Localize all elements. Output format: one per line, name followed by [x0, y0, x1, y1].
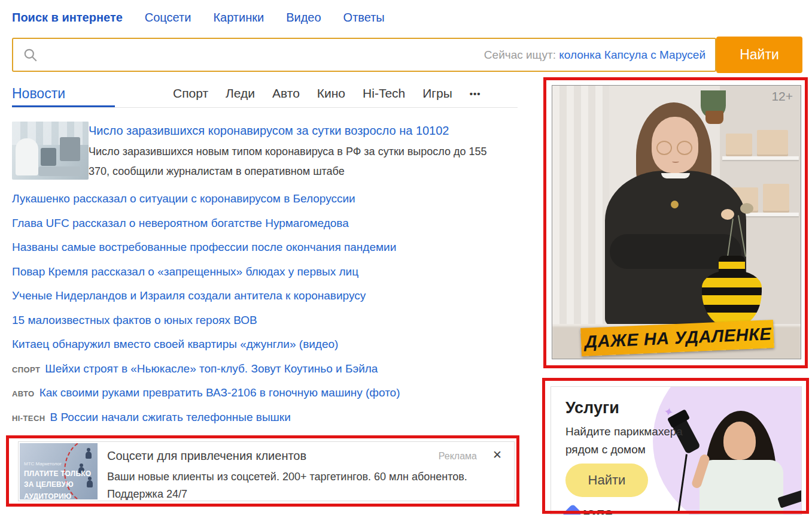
tabs-divider-line	[12, 107, 518, 108]
mts-brand-label: МТС Маркетолог	[24, 461, 62, 466]
flower-head	[740, 203, 753, 214]
list-item: АВТОКак своими руками превратить ВАЗ-210…	[12, 381, 400, 405]
suggest-link[interactable]: колонка Капсула с Марусей	[559, 49, 705, 61]
news-link[interactable]: В России начали сжигать телефонные вышки	[50, 411, 291, 423]
yula-ad-text-line: рядом с домом	[565, 443, 646, 456]
hospital-equipment	[41, 148, 56, 166]
shelf	[722, 156, 799, 160]
ad-title-link[interactable]: Соцсети для привлечения клиентов	[107, 449, 306, 463]
flower-head	[721, 209, 734, 220]
tab-games[interactable]: Игры	[422, 86, 452, 101]
list-item: Названы самые востребованные профессии п…	[12, 235, 400, 260]
list-item: Повар Кремля рассказал о «запрещенных» б…	[12, 260, 400, 284]
search-icon	[23, 47, 38, 63]
tab-kino[interactable]: Кино	[317, 86, 345, 101]
category-badge: СПОРТ	[12, 365, 40, 374]
nav-item-video[interactable]: Видео	[286, 11, 321, 25]
list-item: СПОРТШейхи строят в «Ньюкасле» топ-клуб.…	[12, 357, 400, 381]
close-icon[interactable]: ✕	[492, 448, 502, 462]
woman-face	[652, 117, 698, 173]
nav-item-social[interactable]: Соцсети	[145, 11, 191, 25]
mts-slogan-line: ЗА ЦЕЛЕВУЮ	[24, 480, 74, 489]
yula-logo: юла	[565, 505, 613, 515]
ad-label: Реклама	[439, 451, 477, 462]
tab-hitech[interactable]: Hi-Tech	[363, 86, 405, 101]
tab-news-active[interactable]: Новости	[12, 86, 65, 102]
tab-lady[interactable]: Леди	[226, 86, 255, 101]
hairdresser-shirt	[700, 460, 783, 515]
list-item: Китаец обнаружил вместо своей квартиры «…	[12, 332, 400, 357]
yula-brand-name: юла	[583, 505, 613, 515]
mts-ad-card[interactable]: МТС Маркетолог ПЛАТИТЕ ТОЛЬКО ЗА ЦЕЛЕВУЮ…	[18, 441, 515, 501]
top-navigation: Поиск в интернете Соцсети Картинки Видео…	[12, 11, 385, 25]
list-item: 15 малоизвестных фактов о юных героях ВО…	[12, 308, 400, 333]
necklace-pendant	[671, 201, 679, 208]
lead-story-thumbnail[interactable]	[12, 122, 89, 180]
nav-item-web-search[interactable]: Поиск в интернете	[12, 11, 123, 25]
person-icon	[86, 452, 92, 459]
glasses-lens	[677, 141, 692, 155]
yula-ad-card[interactable]: ✦ Услуги Найдите парикмахера рядом с дом…	[551, 386, 802, 515]
search-input[interactable]	[47, 40, 382, 69]
news-link[interactable]: 15 малоизвестных фактов о юных героях ВО…	[12, 314, 257, 326]
news-link[interactable]: Названы самые востребованные профессии п…	[12, 241, 396, 253]
plant-pot	[705, 111, 723, 124]
tab-sport[interactable]: Спорт	[173, 86, 208, 101]
hospital-equipment	[60, 137, 80, 161]
category-badge: АВТО	[12, 389, 35, 398]
yula-ad-text-line: Найдите парикмахера	[565, 425, 683, 438]
yula-logo-icon	[562, 504, 582, 515]
nav-item-images[interactable]: Картинки	[213, 11, 264, 25]
shirt-collar	[661, 173, 690, 178]
doctor-figure	[16, 138, 38, 175]
tab-auto[interactable]: Авто	[272, 86, 300, 101]
search-suggest: Сейчас ищут: колонка Капсула с Марусей	[484, 49, 705, 62]
smile	[672, 160, 679, 163]
list-item: Ученые Нидерландов и Израиля создали ант…	[12, 284, 400, 308]
hairdresser-face	[723, 422, 756, 460]
news-link[interactable]: Ученые Нидерландов и Израиля создали ант…	[12, 289, 366, 302]
list-item: Глава UFC рассказал о невероятном богатс…	[12, 211, 400, 236]
lead-story-headline[interactable]: Число заразившихся коронавирусом за сутк…	[89, 124, 449, 138]
suggest-label: Сейчас ищут:	[484, 49, 556, 61]
mts-ad-thumbnail[interactable]: МТС Маркетолог ПЛАТИТЕ ТОЛЬКО ЗА ЦЕЛЕВУЮ…	[20, 443, 98, 499]
beeline-ad-banner[interactable]: ДАЖЕ НА УДАЛЕНКЕ 12+	[552, 85, 801, 359]
list-item: Лукашенко рассказал о ситуации с коронав…	[12, 187, 400, 211]
more-tabs-icon[interactable]: •••	[470, 89, 481, 99]
curtain-background	[552, 86, 609, 359]
ad-slogan-text: ДАЖЕ НА УДАЛЕНКЕ	[584, 324, 771, 352]
box-on-shelf	[726, 134, 752, 156]
category-badge: HI-TECH	[12, 414, 45, 423]
yula-ad-title: Услуги	[565, 399, 619, 417]
search-button[interactable]: Найти	[716, 37, 802, 73]
yula-find-button[interactable]: Найти	[565, 463, 648, 497]
age-restriction-badge: 12+	[771, 89, 793, 104]
news-link[interactable]: Китаец обнаружил вместо своей квартиры «…	[12, 338, 338, 350]
news-list: Лукашенко рассказал о ситуации с коронав…	[12, 187, 400, 429]
nav-item-answers[interactable]: Ответы	[343, 11, 385, 25]
person-icon	[87, 480, 93, 487]
ad-body-text: Ваши новые клиенты из соцсетей. 200+ тар…	[107, 468, 499, 503]
search-box[interactable]: Сейчас ищут: колонка Капсула с Марусей	[12, 38, 716, 72]
news-link[interactable]: Повар Кремля рассказал о «запрещенных» б…	[12, 265, 358, 278]
news-link[interactable]: Лукашенко рассказал о ситуации с коронав…	[12, 192, 355, 205]
news-link[interactable]: Глава UFC рассказал о невероятном богатс…	[12, 217, 349, 229]
news-link[interactable]: Шейхи строят в «Ньюкасле» топ-клуб. Зову…	[45, 362, 378, 375]
glasses-lens	[656, 141, 672, 155]
lead-story-summary: Число заразившихся новым типом коронавир…	[89, 142, 507, 181]
list-item: HI-TECHВ России начали сжигать телефонны…	[12, 405, 400, 430]
box-on-shelf	[757, 130, 788, 156]
hospital-bed	[38, 166, 80, 176]
mts-slogan-line: АУДИТОРИЮ	[24, 492, 71, 499]
news-tabs: Спорт Леди Авто Кино Hi-Tech Игры •••	[173, 86, 481, 101]
mts-slogan-line: ПЛАТИТЕ ТОЛЬКО	[24, 469, 91, 478]
box-on-shelf	[763, 184, 789, 213]
news-link[interactable]: Как своими руками превратить ВАЗ-2106 в …	[39, 386, 400, 399]
